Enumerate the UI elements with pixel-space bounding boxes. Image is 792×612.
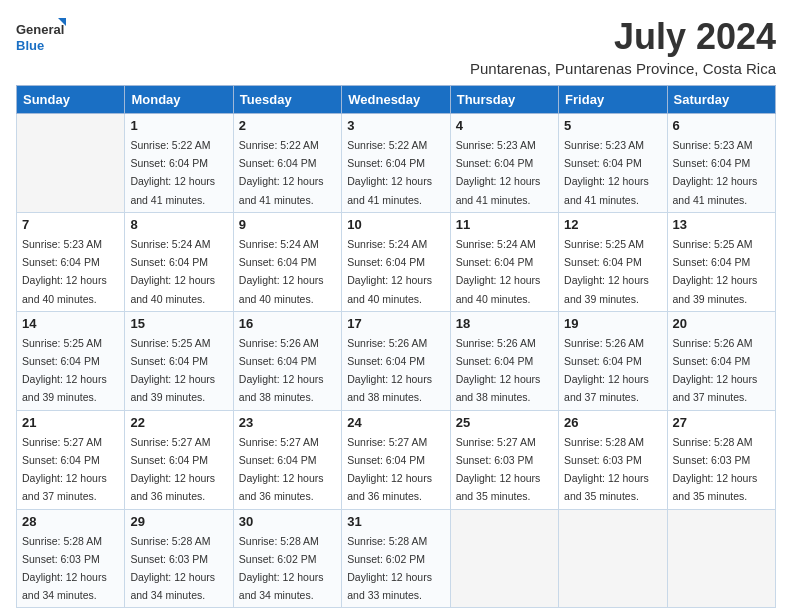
calendar-cell: 7 Sunrise: 5:23 AMSunset: 6:04 PMDayligh…: [17, 212, 125, 311]
calendar-cell: 15 Sunrise: 5:25 AMSunset: 6:04 PMDaylig…: [125, 311, 233, 410]
day-number: 26: [564, 415, 661, 430]
day-number: 4: [456, 118, 553, 133]
calendar-cell: 24 Sunrise: 5:27 AMSunset: 6:04 PMDaylig…: [342, 410, 450, 509]
day-info: Sunrise: 5:27 AMSunset: 6:04 PMDaylight:…: [130, 436, 215, 503]
day-info: Sunrise: 5:28 AMSunset: 6:02 PMDaylight:…: [347, 535, 432, 602]
calendar-cell: 9 Sunrise: 5:24 AMSunset: 6:04 PMDayligh…: [233, 212, 341, 311]
day-number: 19: [564, 316, 661, 331]
calendar-cell: 27 Sunrise: 5:28 AMSunset: 6:03 PMDaylig…: [667, 410, 775, 509]
day-number: 15: [130, 316, 227, 331]
weekday-header-friday: Friday: [559, 86, 667, 114]
calendar-cell: 31 Sunrise: 5:28 AMSunset: 6:02 PMDaylig…: [342, 509, 450, 608]
day-info: Sunrise: 5:24 AMSunset: 6:04 PMDaylight:…: [347, 238, 432, 305]
calendar-cell: [450, 509, 558, 608]
logo: General Blue: [16, 16, 66, 61]
calendar-cell: 10 Sunrise: 5:24 AMSunset: 6:04 PMDaylig…: [342, 212, 450, 311]
day-info: Sunrise: 5:23 AMSunset: 6:04 PMDaylight:…: [22, 238, 107, 305]
calendar-cell: 20 Sunrise: 5:26 AMSunset: 6:04 PMDaylig…: [667, 311, 775, 410]
calendar-cell: 8 Sunrise: 5:24 AMSunset: 6:04 PMDayligh…: [125, 212, 233, 311]
title-area: July 2024 Puntarenas, Puntarenas Provinc…: [470, 16, 776, 77]
day-info: Sunrise: 5:23 AMSunset: 6:04 PMDaylight:…: [456, 139, 541, 206]
day-info: Sunrise: 5:26 AMSunset: 6:04 PMDaylight:…: [564, 337, 649, 404]
day-number: 28: [22, 514, 119, 529]
calendar-cell: 3 Sunrise: 5:22 AMSunset: 6:04 PMDayligh…: [342, 114, 450, 213]
calendar-table: SundayMondayTuesdayWednesdayThursdayFrid…: [16, 85, 776, 608]
day-number: 3: [347, 118, 444, 133]
day-info: Sunrise: 5:28 AMSunset: 6:02 PMDaylight:…: [239, 535, 324, 602]
logo-svg: General Blue: [16, 16, 66, 61]
day-number: 25: [456, 415, 553, 430]
calendar-cell: 28 Sunrise: 5:28 AMSunset: 6:03 PMDaylig…: [17, 509, 125, 608]
day-info: Sunrise: 5:25 AMSunset: 6:04 PMDaylight:…: [22, 337, 107, 404]
day-number: 31: [347, 514, 444, 529]
calendar-cell: 11 Sunrise: 5:24 AMSunset: 6:04 PMDaylig…: [450, 212, 558, 311]
weekday-header-sunday: Sunday: [17, 86, 125, 114]
calendar-cell: 26 Sunrise: 5:28 AMSunset: 6:03 PMDaylig…: [559, 410, 667, 509]
calendar-cell: 1 Sunrise: 5:22 AMSunset: 6:04 PMDayligh…: [125, 114, 233, 213]
calendar-cell: 25 Sunrise: 5:27 AMSunset: 6:03 PMDaylig…: [450, 410, 558, 509]
day-number: 2: [239, 118, 336, 133]
header: General Blue July 2024 Puntarenas, Punta…: [16, 16, 776, 77]
day-info: Sunrise: 5:26 AMSunset: 6:04 PMDaylight:…: [673, 337, 758, 404]
calendar-cell: 22 Sunrise: 5:27 AMSunset: 6:04 PMDaylig…: [125, 410, 233, 509]
day-info: Sunrise: 5:24 AMSunset: 6:04 PMDaylight:…: [456, 238, 541, 305]
day-number: 27: [673, 415, 770, 430]
day-number: 7: [22, 217, 119, 232]
calendar-cell: 13 Sunrise: 5:25 AMSunset: 6:04 PMDaylig…: [667, 212, 775, 311]
weekday-header-monday: Monday: [125, 86, 233, 114]
calendar-cell: 12 Sunrise: 5:25 AMSunset: 6:04 PMDaylig…: [559, 212, 667, 311]
calendar-cell: 30 Sunrise: 5:28 AMSunset: 6:02 PMDaylig…: [233, 509, 341, 608]
calendar-cell: [667, 509, 775, 608]
calendar-cell: 21 Sunrise: 5:27 AMSunset: 6:04 PMDaylig…: [17, 410, 125, 509]
calendar-cell: 23 Sunrise: 5:27 AMSunset: 6:04 PMDaylig…: [233, 410, 341, 509]
day-info: Sunrise: 5:28 AMSunset: 6:03 PMDaylight:…: [130, 535, 215, 602]
day-info: Sunrise: 5:24 AMSunset: 6:04 PMDaylight:…: [130, 238, 215, 305]
day-info: Sunrise: 5:25 AMSunset: 6:04 PMDaylight:…: [564, 238, 649, 305]
day-info: Sunrise: 5:26 AMSunset: 6:04 PMDaylight:…: [456, 337, 541, 404]
day-info: Sunrise: 5:23 AMSunset: 6:04 PMDaylight:…: [673, 139, 758, 206]
day-info: Sunrise: 5:26 AMSunset: 6:04 PMDaylight:…: [347, 337, 432, 404]
day-number: 10: [347, 217, 444, 232]
day-info: Sunrise: 5:22 AMSunset: 6:04 PMDaylight:…: [130, 139, 215, 206]
day-number: 20: [673, 316, 770, 331]
day-number: 9: [239, 217, 336, 232]
weekday-header-tuesday: Tuesday: [233, 86, 341, 114]
day-info: Sunrise: 5:25 AMSunset: 6:04 PMDaylight:…: [673, 238, 758, 305]
day-info: Sunrise: 5:27 AMSunset: 6:04 PMDaylight:…: [239, 436, 324, 503]
calendar-cell: 17 Sunrise: 5:26 AMSunset: 6:04 PMDaylig…: [342, 311, 450, 410]
day-info: Sunrise: 5:26 AMSunset: 6:04 PMDaylight:…: [239, 337, 324, 404]
day-info: Sunrise: 5:28 AMSunset: 6:03 PMDaylight:…: [22, 535, 107, 602]
calendar-cell: 6 Sunrise: 5:23 AMSunset: 6:04 PMDayligh…: [667, 114, 775, 213]
calendar-cell: [559, 509, 667, 608]
day-number: 11: [456, 217, 553, 232]
calendar-cell: 29 Sunrise: 5:28 AMSunset: 6:03 PMDaylig…: [125, 509, 233, 608]
calendar-cell: 19 Sunrise: 5:26 AMSunset: 6:04 PMDaylig…: [559, 311, 667, 410]
day-info: Sunrise: 5:22 AMSunset: 6:04 PMDaylight:…: [347, 139, 432, 206]
day-info: Sunrise: 5:23 AMSunset: 6:04 PMDaylight:…: [564, 139, 649, 206]
day-info: Sunrise: 5:27 AMSunset: 6:04 PMDaylight:…: [347, 436, 432, 503]
day-info: Sunrise: 5:27 AMSunset: 6:04 PMDaylight:…: [22, 436, 107, 503]
day-number: 23: [239, 415, 336, 430]
day-number: 12: [564, 217, 661, 232]
day-number: 5: [564, 118, 661, 133]
day-number: 21: [22, 415, 119, 430]
day-number: 18: [456, 316, 553, 331]
location-title: Puntarenas, Puntarenas Province, Costa R…: [470, 60, 776, 77]
day-number: 29: [130, 514, 227, 529]
calendar-cell: 18 Sunrise: 5:26 AMSunset: 6:04 PMDaylig…: [450, 311, 558, 410]
day-number: 14: [22, 316, 119, 331]
calendar-cell: 16 Sunrise: 5:26 AMSunset: 6:04 PMDaylig…: [233, 311, 341, 410]
day-number: 8: [130, 217, 227, 232]
day-number: 13: [673, 217, 770, 232]
day-info: Sunrise: 5:28 AMSunset: 6:03 PMDaylight:…: [564, 436, 649, 503]
day-info: Sunrise: 5:28 AMSunset: 6:03 PMDaylight:…: [673, 436, 758, 503]
weekday-header-saturday: Saturday: [667, 86, 775, 114]
calendar-cell: 5 Sunrise: 5:23 AMSunset: 6:04 PMDayligh…: [559, 114, 667, 213]
day-number: 17: [347, 316, 444, 331]
calendar-cell: 14 Sunrise: 5:25 AMSunset: 6:04 PMDaylig…: [17, 311, 125, 410]
svg-text:Blue: Blue: [16, 38, 44, 53]
day-info: Sunrise: 5:25 AMSunset: 6:04 PMDaylight:…: [130, 337, 215, 404]
month-title: July 2024: [470, 16, 776, 58]
weekday-header-thursday: Thursday: [450, 86, 558, 114]
calendar-cell: 2 Sunrise: 5:22 AMSunset: 6:04 PMDayligh…: [233, 114, 341, 213]
